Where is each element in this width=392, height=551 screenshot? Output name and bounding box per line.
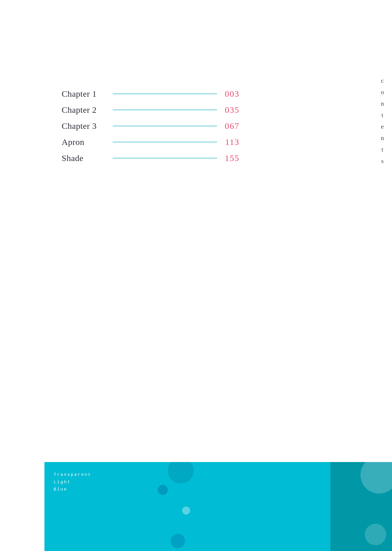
toc-item-chapter1: Chapter 1 003 bbox=[62, 89, 239, 99]
toc-item-shade: Shade 155 bbox=[62, 153, 239, 163]
toc-number-shade: 155 bbox=[222, 153, 239, 163]
toc-label-shade: Shade bbox=[62, 153, 108, 163]
toc-line-chapter3 bbox=[113, 126, 217, 126]
vertical-char-t1: t bbox=[381, 112, 383, 118]
toc-label-chapter1: Chapter 1 bbox=[62, 89, 108, 99]
toc-line-chapter2 bbox=[113, 110, 217, 110]
bottom-block-label: Transparent Light Blue bbox=[54, 471, 91, 493]
vertical-char-n1: n bbox=[381, 100, 384, 107]
toc-label-chapter2: Chapter 2 bbox=[62, 105, 108, 115]
circle-right-small bbox=[365, 524, 386, 545]
toc-number-chapter2: 035 bbox=[222, 105, 239, 115]
toc-item-chapter2: Chapter 2 035 bbox=[62, 105, 239, 115]
toc-number-apron: 113 bbox=[222, 137, 239, 147]
circle-1 bbox=[168, 462, 194, 484]
vertical-char-n2: n bbox=[381, 135, 384, 141]
vertical-char-e: e bbox=[381, 123, 384, 130]
circle-2 bbox=[158, 485, 168, 495]
toc-item-chapter3: Chapter 3 067 bbox=[62, 121, 239, 131]
toc-line-chapter1 bbox=[113, 94, 217, 94]
circle-3 bbox=[182, 507, 190, 515]
table-of-contents: Chapter 1 003 Chapter 2 035 Chapter 3 06… bbox=[62, 89, 239, 169]
circle-4 bbox=[171, 534, 185, 548]
vertical-contents-text: c o n t e n t s bbox=[381, 77, 384, 164]
right-panel bbox=[330, 462, 392, 551]
toc-line-shade bbox=[113, 158, 217, 158]
toc-label-chapter3: Chapter 3 bbox=[62, 121, 108, 131]
circle-right-large bbox=[360, 462, 392, 494]
bottom-label-line2: Light bbox=[54, 480, 71, 485]
toc-number-chapter3: 067 bbox=[222, 121, 239, 131]
toc-line-apron bbox=[113, 142, 217, 142]
bottom-label-line1: Transparent bbox=[54, 472, 91, 477]
vertical-char-c: c bbox=[381, 77, 384, 84]
page: c o n t e n t s Chapter 1 003 Chapter 2 … bbox=[0, 0, 392, 551]
vertical-char-s: s bbox=[381, 158, 384, 164]
toc-label-apron: Apron bbox=[62, 137, 108, 147]
circle-right-tiny bbox=[330, 485, 339, 496]
bottom-label-line3: Blue bbox=[54, 487, 67, 492]
vertical-char-t2: t bbox=[381, 146, 383, 153]
toc-item-apron: Apron 113 bbox=[62, 137, 239, 147]
vertical-char-o: o bbox=[381, 89, 384, 95]
toc-number-chapter1: 003 bbox=[222, 89, 239, 99]
